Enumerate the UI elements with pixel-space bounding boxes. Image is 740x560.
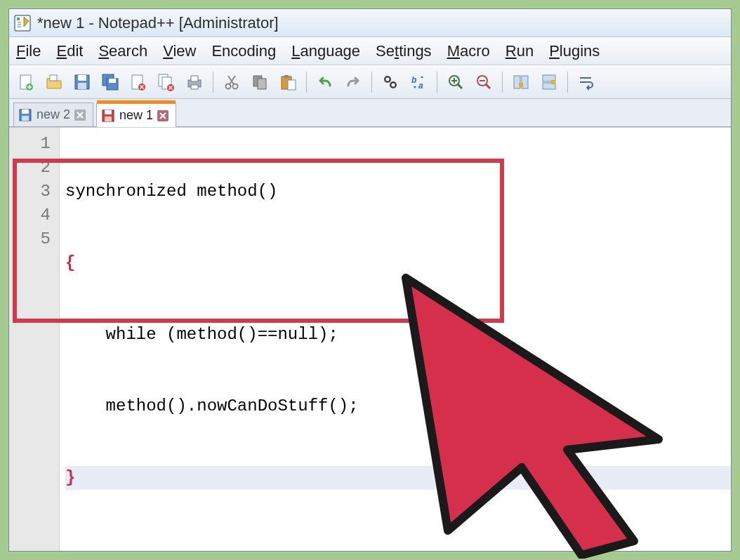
line-number: 5 (9, 227, 51, 251)
svg-rect-10 (78, 83, 86, 89)
svg-rect-7 (50, 75, 57, 81)
toolbar-zoom-out-button[interactable] (471, 69, 496, 95)
toolbar-separator (213, 72, 213, 93)
code-line: while (method()==null); (65, 325, 338, 344)
code-line: method().nowCanDoStuff(); (65, 396, 359, 415)
toolbar-new-button[interactable] (13, 69, 39, 95)
code-line: } (65, 468, 75, 487)
svg-rect-1 (17, 18, 20, 20)
svg-point-31 (386, 77, 390, 81)
menu-file[interactable]: File (16, 42, 41, 60)
svg-rect-25 (258, 79, 266, 89)
toolbar-separator (567, 72, 568, 93)
code-line: { (65, 253, 75, 272)
svg-rect-39 (519, 83, 523, 87)
floppy-red-icon (101, 109, 115, 123)
tab-label: new 2 (37, 107, 70, 122)
toolbar-separator (502, 72, 503, 93)
toolbar-sync-vertical-button[interactable] (508, 69, 534, 95)
menu-search[interactable]: Search (98, 42, 147, 60)
svg-rect-44 (22, 109, 29, 114)
window-title: *new 1 - Notepad++ [Administrator] (37, 14, 279, 32)
editor-area[interactable]: 1 2 3 4 5 synchronized method() { while … (9, 127, 731, 551)
toolbar-separator (306, 72, 307, 93)
close-icon[interactable] (157, 110, 169, 121)
toolbar-word-wrap-button[interactable] (574, 69, 599, 95)
toolbar-undo-button[interactable] (312, 69, 338, 95)
svg-rect-27 (284, 75, 289, 78)
toolbar-save-all-button[interactable] (98, 69, 123, 95)
toolbar-find-button[interactable] (378, 69, 403, 95)
svg-rect-9 (78, 75, 86, 81)
app-icon (13, 14, 32, 32)
title-bar: *new 1 - Notepad++ [Administrator] (9, 9, 731, 37)
svg-point-22 (226, 84, 231, 88)
svg-point-32 (392, 83, 395, 86)
close-icon[interactable] (74, 109, 86, 121)
toolbar-sync-horizontal-button[interactable] (536, 69, 562, 95)
toolbar-zoom-in-button[interactable] (443, 69, 468, 95)
line-number: 4 (9, 204, 51, 227)
menu-macro[interactable]: Macro (447, 42, 490, 60)
menu-run[interactable]: Run (506, 42, 534, 60)
svg-rect-45 (22, 116, 29, 121)
menu-plugins[interactable]: Plugins (549, 42, 600, 60)
svg-text:a: a (418, 81, 423, 91)
menu-settings[interactable]: Settings (376, 42, 432, 60)
toolbar-separator (437, 72, 437, 93)
toolbar-copy-button[interactable] (247, 69, 272, 95)
current-line-highlight (65, 466, 731, 490)
line-number: 2 (9, 156, 51, 180)
application-window: *new 1 - Notepad++ [Administrator] File … (8, 8, 732, 552)
tab-new-2[interactable]: new 2 (13, 102, 93, 126)
svg-rect-20 (191, 76, 198, 81)
menu-view[interactable]: View (163, 42, 196, 60)
toolbar-paste-button[interactable] (275, 69, 300, 95)
toolbar-separator (371, 72, 372, 93)
toolbar-save-button[interactable] (70, 69, 95, 95)
toolbar-close-button[interactable] (126, 69, 151, 95)
line-number: 1 (9, 132, 51, 156)
svg-rect-13 (109, 79, 116, 83)
svg-rect-28 (288, 80, 296, 90)
tab-label: new 1 (119, 108, 153, 123)
svg-point-23 (233, 84, 238, 88)
floppy-blue-icon (18, 108, 32, 122)
line-number: 3 (9, 180, 51, 204)
code-line: synchronized method() (65, 182, 277, 201)
tab-new-1[interactable]: new 1 (96, 103, 176, 127)
svg-rect-21 (191, 85, 198, 89)
toolbar-print-button[interactable] (182, 69, 207, 95)
toolbar-replace-button[interactable]: ba (406, 69, 431, 95)
menu-language[interactable]: Language (291, 42, 360, 60)
toolbar: ba (9, 65, 731, 99)
dirty-indicator (97, 100, 176, 104)
tab-strip: new 2 new 1 (9, 99, 731, 127)
toolbar-redo-button[interactable] (341, 69, 366, 95)
menu-bar: File Edit Search View Encoding Language … (9, 37, 731, 65)
svg-rect-42 (551, 80, 555, 84)
line-number-gutter: 1 2 3 4 5 (9, 128, 60, 551)
svg-rect-48 (105, 110, 112, 114)
code-area[interactable]: synchronized method() { while (method()=… (60, 128, 731, 551)
svg-text:b: b (411, 75, 416, 85)
toolbar-cut-button[interactable] (219, 69, 244, 95)
menu-encoding[interactable]: Encoding (211, 42, 276, 60)
svg-rect-49 (105, 116, 112, 121)
toolbar-close-all-button[interactable] (154, 69, 179, 95)
toolbar-open-button[interactable] (41, 69, 67, 95)
menu-edit[interactable]: Edit (56, 42, 83, 60)
